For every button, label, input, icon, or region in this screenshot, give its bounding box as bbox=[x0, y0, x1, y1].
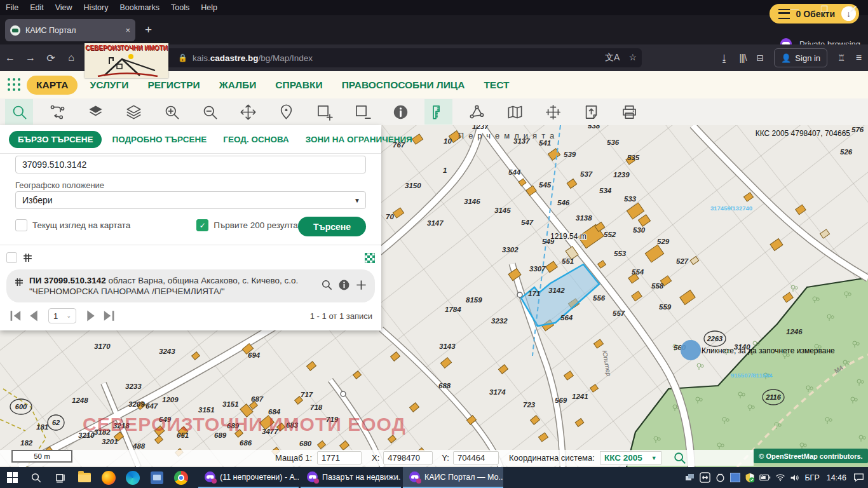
photos-app-icon[interactable] bbox=[145, 467, 169, 488]
tool-location-pin[interactable] bbox=[272, 99, 300, 125]
zoom-to-results-icon[interactable] bbox=[365, 253, 375, 263]
tool-select-minus[interactable] bbox=[348, 99, 376, 125]
minimize-button[interactable]: — bbox=[780, 0, 810, 18]
nav-item[interactable]: КАРТА bbox=[27, 76, 78, 95]
display-tray-icon[interactable] bbox=[730, 473, 740, 482]
osm-attribution[interactable]: © OpenStreetMap contributors. bbox=[754, 449, 868, 463]
tool-export[interactable] bbox=[577, 99, 605, 125]
volume-tray-icon[interactable] bbox=[790, 473, 800, 482]
nav-item[interactable]: ТЕСТ bbox=[474, 76, 519, 95]
back-icon[interactable]: ← bbox=[0, 48, 20, 67]
menu-item-tools[interactable]: Tools bbox=[165, 2, 195, 13]
select-all-checkbox[interactable] bbox=[6, 252, 17, 263]
result-row[interactable]: ПИ 37099.510.3142 област Варна, община А… bbox=[6, 269, 375, 302]
firefox-icon[interactable] bbox=[97, 467, 121, 488]
task-view-icon[interactable] bbox=[48, 467, 72, 488]
first-page-icon[interactable] bbox=[9, 309, 25, 322]
menu-item-file[interactable]: File bbox=[0, 2, 24, 13]
taskbar-search-icon[interactable] bbox=[24, 467, 48, 488]
tray-overflow-icon[interactable] bbox=[685, 473, 695, 482]
search-input[interactable] bbox=[15, 156, 366, 173]
nav-item[interactable]: СПРАВКИ bbox=[266, 76, 332, 95]
tool-pan[interactable] bbox=[234, 99, 262, 125]
first200-checkbox[interactable]: ✓ bbox=[196, 219, 208, 231]
taskbar-task[interactable]: КАИС Портал — Мо... bbox=[403, 467, 503, 488]
edge-icon[interactable] bbox=[121, 467, 145, 488]
crs-select[interactable]: ККС 2005▼ bbox=[600, 451, 661, 464]
search-button[interactable]: Търсене bbox=[298, 217, 366, 236]
tool-map-fold[interactable] bbox=[501, 99, 529, 125]
translate-icon[interactable]: 文A bbox=[605, 52, 620, 64]
scale-input[interactable] bbox=[317, 451, 362, 464]
sign-in-button[interactable]: 👤 Sign in bbox=[774, 48, 827, 67]
camera-tray-icon[interactable] bbox=[715, 473, 726, 482]
tool-print[interactable] bbox=[615, 99, 643, 125]
reload-icon[interactable]: ⟳ bbox=[41, 48, 61, 67]
tool-polygon[interactable] bbox=[463, 99, 491, 125]
file-explorer-icon[interactable] bbox=[72, 467, 97, 488]
action-center-icon[interactable] bbox=[853, 473, 864, 482]
tool-search[interactable] bbox=[5, 99, 33, 125]
last-page-icon[interactable] bbox=[99, 309, 116, 322]
restore-button[interactable]: ❐ bbox=[810, 0, 839, 18]
current-view-checkbox[interactable] bbox=[15, 219, 27, 231]
tool-info[interactable] bbox=[386, 99, 414, 125]
tab-kais-portal[interactable]: КАИС Портал × bbox=[5, 19, 135, 41]
start-button[interactable] bbox=[0, 467, 24, 488]
menu-item-history[interactable]: History bbox=[78, 2, 114, 13]
panel-tab[interactable]: БЪРЗО ТЪРСЕНЕ bbox=[9, 131, 102, 148]
x-coordinate-input[interactable] bbox=[383, 451, 433, 464]
result-info-icon[interactable] bbox=[338, 279, 350, 291]
page-select[interactable]: 1⌄ bbox=[48, 308, 76, 323]
chrome-icon[interactable] bbox=[169, 467, 193, 488]
menu-item-bookmarks[interactable]: Bookmarks bbox=[114, 2, 165, 13]
map-search-icon[interactable] bbox=[673, 451, 687, 465]
tool-crosshair[interactable] bbox=[539, 99, 567, 125]
bookmark-star-icon[interactable]: ☆ bbox=[628, 52, 637, 64]
tool-select-plus[interactable] bbox=[310, 99, 338, 125]
measure-cursor[interactable] bbox=[681, 340, 701, 360]
prev-page-icon[interactable] bbox=[25, 309, 42, 322]
tool-route[interactable] bbox=[43, 99, 71, 125]
tool-layers[interactable] bbox=[119, 99, 147, 125]
apps-grid-icon[interactable] bbox=[8, 78, 22, 92]
home-icon[interactable]: ⌂ bbox=[61, 48, 81, 67]
panel-tab[interactable]: ГЕОД. ОСНОВА bbox=[217, 131, 295, 148]
battery-tray-icon[interactable] bbox=[759, 473, 771, 482]
menu-item-help[interactable]: Help bbox=[195, 2, 223, 13]
result-add-icon[interactable] bbox=[355, 279, 367, 291]
menu-item-view[interactable]: View bbox=[50, 2, 78, 13]
result-zoom-icon[interactable] bbox=[321, 279, 333, 291]
tool-layers-filled[interactable] bbox=[81, 99, 109, 125]
nav-item[interactable]: УСЛУГИ bbox=[80, 76, 138, 95]
clock[interactable]: 14:46 bbox=[827, 473, 846, 482]
panel-tab[interactable]: ПОДРОБНО ТЪРСЕНЕ bbox=[105, 131, 213, 148]
language-indicator[interactable]: БГР bbox=[804, 473, 819, 482]
tool-zoom-out[interactable] bbox=[196, 99, 224, 125]
taskbar-task[interactable]: Пазарът на недвижи... bbox=[301, 467, 401, 488]
geo-select[interactable]: Избери ▼ bbox=[15, 191, 366, 209]
panel-tab[interactable]: ЗОНИ НА ОГРАНИЧЕНИЯ bbox=[299, 131, 419, 148]
menu-item-edit[interactable]: Edit bbox=[24, 2, 50, 13]
y-coordinate-input[interactable] bbox=[453, 451, 499, 464]
extension-icon[interactable]: ♖ bbox=[837, 53, 846, 63]
sidebar-icon[interactable]: ⊟ bbox=[756, 53, 764, 63]
tool-measure[interactable] bbox=[424, 99, 452, 125]
next-page-icon[interactable] bbox=[83, 309, 99, 322]
nav-item[interactable]: ЖАЛБИ bbox=[210, 76, 266, 95]
wifi-tray-icon[interactable] bbox=[775, 473, 785, 482]
tab-close-icon[interactable]: × bbox=[121, 25, 130, 35]
nav-item[interactable]: РЕГИСТРИ bbox=[138, 76, 209, 95]
library-icon[interactable]: |||\ bbox=[740, 53, 747, 63]
close-button[interactable]: ✕ bbox=[839, 0, 868, 18]
nav-item[interactable]: ПРАВОСПОСОБНИ ЛИЦА bbox=[332, 76, 475, 95]
url-bar[interactable]: 🔒 kais.cadastre.bg/bg/Map/Index 文A ☆ bbox=[97, 48, 642, 67]
tool-zoom-in[interactable] bbox=[158, 99, 186, 125]
new-tab-button[interactable]: + bbox=[145, 23, 152, 37]
hamburger-menu-icon[interactable]: ≡ bbox=[856, 52, 862, 64]
forward-icon[interactable]: → bbox=[20, 48, 41, 67]
downloads-icon[interactable]: ⭳ bbox=[720, 53, 729, 64]
taskbar-task[interactable]: (11 непрочетени) - А... bbox=[198, 467, 299, 488]
teamviewer-tray-icon[interactable] bbox=[700, 472, 710, 483]
security-shield-icon[interactable] bbox=[745, 473, 755, 483]
